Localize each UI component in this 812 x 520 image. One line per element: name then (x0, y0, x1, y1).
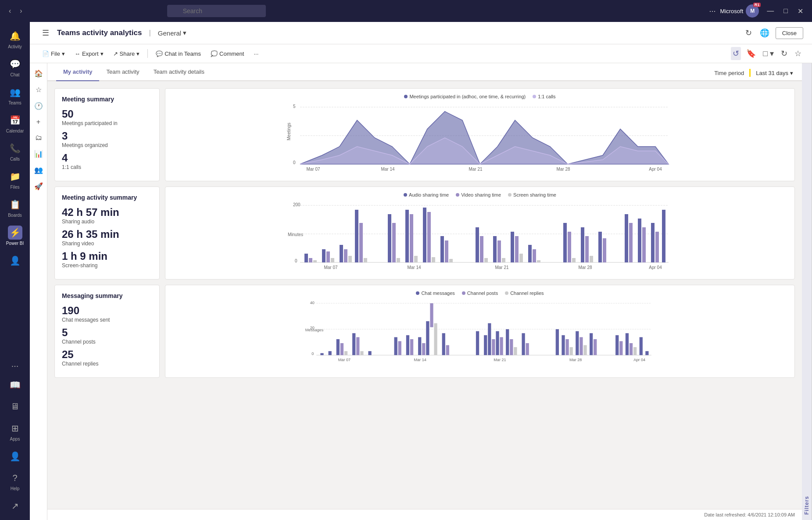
side-people2-button[interactable]: 👥 (32, 163, 46, 177)
legend-dot-posts (462, 291, 465, 295)
channel-name: General (158, 29, 181, 37)
side-plus-button[interactable]: + (34, 115, 43, 129)
sidebar-item-boards[interactable]: 📋 Boards (2, 194, 28, 221)
user-icon: 👤 (8, 449, 22, 463)
bar (519, 254, 523, 262)
file-button[interactable]: 📄 File ▾ (39, 49, 68, 59)
sidebar-item-apps[interactable]: ⊞ Apps (2, 418, 28, 445)
legend-chat-messages: Chat messages (416, 290, 454, 296)
avatar[interactable]: M R1 (746, 4, 759, 18)
left-nav: 🔔 Activity 💬 Chat 👥 Teams 📅 Calendar 📞 C… (0, 22, 30, 520)
chat-messages-label: Chat messages sent (62, 317, 152, 323)
favorite-button[interactable]: ☆ (793, 47, 803, 60)
powerbi-icon: ⚡ (8, 226, 22, 240)
bar (405, 210, 409, 262)
bar (304, 254, 308, 262)
tab-my-activity[interactable]: My activity (56, 63, 99, 81)
sidebar-item-calendar[interactable]: 📅 Calendar (2, 110, 28, 137)
side-home-button[interactable]: 🏠 (32, 67, 46, 80)
comment-icon: 💭 (211, 50, 218, 57)
toolbar-refresh-button[interactable]: ↻ (779, 47, 789, 60)
side-rocket-button[interactable]: 🚀 (32, 179, 46, 193)
legend-video: Video sharing time (456, 192, 501, 197)
sidebar-item-device[interactable]: 🖥 (2, 396, 28, 417)
minimize-button[interactable]: — (763, 5, 777, 17)
sidebar-item-powerbi[interactable]: ⚡ Power BI (2, 222, 28, 249)
bookmark-button[interactable]: 🔖 (744, 47, 758, 60)
view-button[interactable]: □ ▾ (761, 47, 776, 60)
teams-icon: 👥 (8, 85, 22, 99)
meetings-participated-stat: 50 Meetings participated in (62, 108, 152, 126)
bar (576, 331, 579, 355)
bar (418, 337, 421, 355)
side-star-button[interactable]: ☆ (33, 83, 44, 97)
tab-team-activity-details[interactable]: Team activity details (147, 63, 211, 81)
sidebar-item-teams[interactable]: 👥 Teams (2, 82, 28, 109)
export-button[interactable]: ↔ Export ▾ (71, 49, 107, 59)
sidebar-item-help[interactable]: ? Help (2, 468, 28, 495)
search-input[interactable] (167, 5, 266, 17)
bar (496, 331, 499, 355)
screen-label: Screen-sharing (62, 262, 152, 269)
bar (640, 337, 643, 355)
tab-team-activity[interactable]: Team activity (99, 63, 146, 81)
svg-text:Mar 21: Mar 21 (469, 167, 483, 172)
bar (394, 337, 397, 355)
more-options-button[interactable]: ··· (709, 7, 716, 16)
svg-text:Mar 14: Mar 14 (407, 265, 421, 270)
undo-button[interactable]: ↺ (731, 47, 741, 60)
bar (331, 258, 334, 262)
sidebar-item-files[interactable]: 📁 Files (2, 166, 28, 193)
bar (528, 245, 532, 262)
audio-value: 42 h 57 min (62, 206, 152, 219)
comment-button[interactable]: 💭 Comment (207, 49, 247, 59)
meeting-summary-chart: Meetings participated in (adhoc, one tim… (165, 88, 795, 181)
chat-teams-icon: 💬 (156, 50, 163, 57)
time-period-select[interactable]: Last 31 days ▾ (756, 70, 793, 76)
sidebar-item-calls[interactable]: 📞 Calls (2, 138, 28, 165)
side-chart-button[interactable]: 📊 (32, 147, 46, 161)
chat-in-teams-button[interactable]: 💬 Chat in Teams (152, 49, 204, 59)
file-label: File (51, 50, 60, 57)
channel-posts-stat: 5 Channel posts (62, 326, 152, 345)
forward-button[interactable]: › (16, 5, 25, 17)
globe-button[interactable]: 🌐 (758, 26, 771, 39)
chat-icon: 💬 (8, 57, 22, 71)
sidebar-item-people[interactable]: 👤 (2, 250, 28, 271)
bar (568, 232, 571, 262)
notification-badge: R1 (753, 3, 761, 7)
meeting-activity-card: Meeting activity summary 42 h 57 min Sha… (54, 186, 160, 280)
legend-chat-label: Chat messages (421, 290, 454, 296)
file-chevron-icon: ▾ (62, 50, 65, 57)
toolbar-more-button[interactable]: ··· (250, 49, 262, 59)
side-clock-button[interactable]: 🕐 (32, 99, 46, 113)
sidebar-item-user[interactable]: 👤 (2, 446, 28, 467)
sidebar-item-book[interactable]: 📖 (2, 374, 28, 395)
close-report-button[interactable]: Close (776, 27, 803, 39)
bar (583, 345, 587, 355)
apps-label: Apps (10, 437, 20, 441)
external-link-button[interactable]: ↗ (2, 495, 28, 516)
back-button[interactable]: ‹ (5, 5, 14, 17)
toolbar: 📄 File ▾ ↔ Export ▾ ↗ Share ▾ 💬 Chat in … (30, 44, 812, 63)
svg-text:Messages: Messages (305, 328, 324, 332)
messaging-summary-row: Messaging summary 190 Chat messages sent… (54, 285, 795, 378)
close-window-button[interactable]: ✕ (794, 5, 807, 17)
bar (626, 333, 629, 355)
file-icon: 📄 (42, 50, 49, 57)
hamburger-button[interactable]: ☰ (39, 26, 53, 39)
bar (615, 335, 619, 355)
bar (355, 210, 358, 262)
channel-selector[interactable]: General ▾ (158, 29, 186, 37)
svg-text:Mar 28: Mar 28 (578, 265, 592, 270)
maximize-button[interactable]: □ (780, 5, 791, 17)
sidebar-item-activity[interactable]: 🔔 Activity (2, 25, 28, 53)
filters-panel[interactable]: Filters (802, 63, 812, 520)
bar (484, 258, 488, 262)
legend-audio-label: Audio sharing time (409, 192, 449, 197)
header-refresh-button[interactable]: ↻ (744, 26, 754, 39)
more-apps-button[interactable]: ··· (11, 361, 19, 371)
sidebar-item-chat[interactable]: 💬 Chat (2, 54, 28, 81)
side-archive-button[interactable]: 🗂 (32, 131, 45, 144)
share-button[interactable]: ↗ Share ▾ (110, 49, 143, 59)
